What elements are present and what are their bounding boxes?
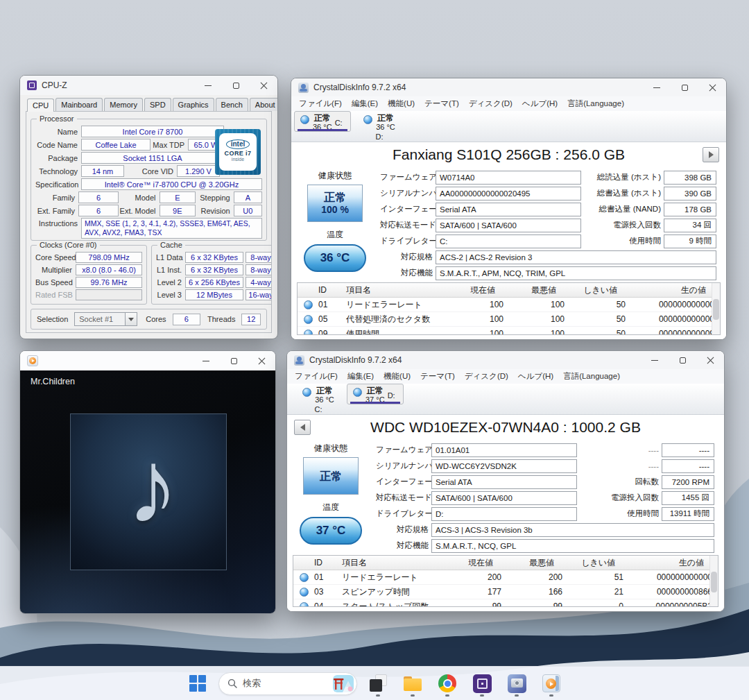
menu-edit[interactable]: 編集(E) bbox=[347, 99, 383, 109]
socket-select[interactable]: Socket #1 bbox=[74, 312, 137, 326]
health-status-button[interactable]: 正常 bbox=[303, 457, 359, 495]
close-icon bbox=[707, 357, 714, 364]
col-worst: 最悪値 bbox=[500, 557, 561, 569]
code-name-label: Code Name bbox=[35, 141, 81, 149]
menu-disk[interactable]: ディスク(D) bbox=[464, 99, 517, 109]
tab-about[interactable]: About bbox=[250, 98, 277, 111]
smart-current: 99 bbox=[447, 601, 508, 607]
temperature-button[interactable]: 37 °C bbox=[300, 517, 362, 545]
scrollbar-thumb[interactable] bbox=[711, 572, 717, 592]
smart-row[interactable]: 05 代替処理済のセクタ数 100 100 50 000000000000 bbox=[298, 312, 720, 327]
taskbar-icon-cpuz[interactable] bbox=[468, 669, 496, 697]
menu-file[interactable]: ファイル(F) bbox=[294, 99, 347, 109]
smart-raw: 000000000000 bbox=[632, 300, 720, 309]
smart-threshold: 50 bbox=[571, 314, 632, 324]
close-button[interactable] bbox=[248, 351, 275, 370]
smart-row[interactable]: 01 リードエラーレート 100 100 50 000000000000 bbox=[298, 298, 720, 312]
l1-inst-way: 8-way bbox=[246, 264, 272, 275]
specification-label: Specification bbox=[35, 180, 81, 189]
start-button[interactable] bbox=[184, 669, 212, 697]
maximize-button[interactable] bbox=[220, 351, 248, 370]
taskbar-icon-chrome[interactable] bbox=[433, 669, 461, 697]
menu-file[interactable]: ファイル(F) bbox=[290, 371, 343, 382]
l1-data-size: 6 x 32 KBytes bbox=[185, 252, 243, 263]
health-status-button[interactable]: 正常 100 % bbox=[307, 185, 363, 222]
taskbar-icon-taskview[interactable] bbox=[364, 669, 392, 697]
tab-bench[interactable]: Bench bbox=[216, 98, 248, 111]
menu-theme[interactable]: テーマ(T) bbox=[415, 371, 460, 382]
taskbar-icon-explorer[interactable] bbox=[399, 669, 427, 697]
taskbar-icon-crystaldiskinfo[interactable] bbox=[503, 669, 531, 697]
close-button[interactable] bbox=[250, 76, 277, 95]
smart-raw: 000000000000 bbox=[632, 314, 720, 324]
smart-row[interactable]: 04 スタート/ストップ回数 99 99 0 0000000005B2 bbox=[293, 599, 718, 607]
search-daily-image bbox=[333, 675, 354, 692]
socket-select-arrow[interactable] bbox=[126, 312, 137, 326]
temperature-button[interactable]: 36 °C bbox=[304, 244, 366, 272]
close-button[interactable] bbox=[698, 78, 726, 96]
maximize-button[interactable] bbox=[222, 76, 250, 95]
next-disk-button[interactable] bbox=[703, 147, 719, 162]
drive-tab-c[interactable]: 正常 36 °C C: bbox=[290, 384, 347, 414]
menu-edit[interactable]: 編集(E) bbox=[343, 371, 379, 382]
menu-help[interactable]: ヘルプ(H) bbox=[517, 99, 562, 109]
menu-disk[interactable]: ディスク(D) bbox=[460, 371, 513, 382]
smart-table-header: ID 項目名 現在値 最悪値 しきい値 生の値 bbox=[293, 556, 718, 570]
minimize-button[interactable] bbox=[641, 351, 669, 369]
smart-table-header: ID 項目名 現在値 最悪値 しきい値 生の値 bbox=[298, 283, 720, 298]
search-box[interactable]: 検索 bbox=[218, 672, 357, 695]
maximize-button[interactable] bbox=[671, 78, 698, 96]
smart-id: 05 bbox=[318, 314, 346, 324]
table-scrollbar[interactable] bbox=[712, 283, 720, 334]
disk-details: 健康状態 正常 温度 37 °C ファームウェア01.01A01 シリアルナンバ… bbox=[287, 440, 724, 554]
maximize-icon bbox=[680, 357, 686, 364]
rotation-rate-label: 回転数 bbox=[635, 477, 662, 487]
menu-function[interactable]: 機能(U) bbox=[383, 99, 420, 109]
smart-row[interactable]: 01 リードエラーレート 200 200 51 000000000000 bbox=[293, 570, 718, 585]
minimize-button[interactable] bbox=[194, 76, 222, 95]
health-orb-icon bbox=[363, 115, 372, 124]
menu-language[interactable]: 言語(Language) bbox=[558, 371, 625, 382]
drive-tab-d[interactable]: 正常 36 °C D: bbox=[351, 111, 408, 142]
taskbar-icon-mediaplayer[interactable] bbox=[537, 669, 565, 697]
cache-legend: Cache bbox=[157, 241, 185, 249]
specification-value: Intel® Core™ i7-8700 CPU @ 3.20GHz bbox=[81, 178, 262, 190]
menu-theme[interactable]: テーマ(T) bbox=[420, 99, 464, 109]
interface-value: Serial ATA bbox=[436, 203, 581, 216]
minimize-button[interactable] bbox=[192, 351, 220, 370]
smart-raw: 000000000866 bbox=[630, 587, 718, 597]
tab-spd[interactable]: SPD bbox=[144, 98, 171, 111]
chrome-icon bbox=[438, 674, 456, 692]
smart-current: 100 bbox=[449, 314, 510, 324]
table-scrollbar[interactable] bbox=[709, 556, 718, 606]
tab-mainboard[interactable]: Mainboard bbox=[55, 98, 103, 111]
tab-memory[interactable]: Memory bbox=[104, 98, 143, 111]
transfer-mode-value: SATA/600 | SATA/600 bbox=[431, 491, 577, 505]
nand-writes-value: 178 GB bbox=[664, 203, 716, 216]
scrollbar-thumb[interactable] bbox=[713, 299, 719, 320]
tab-cpu[interactable]: CPU bbox=[27, 99, 54, 112]
l1-inst-label: L1 Inst. bbox=[156, 266, 185, 274]
features-value: S.M.A.R.T., NCQ, GPL bbox=[431, 539, 714, 553]
power-on-hours-value: 9 時間 bbox=[664, 234, 716, 248]
minimize-button[interactable] bbox=[643, 78, 671, 96]
smart-row[interactable]: 09 使用時間 100 100 50 000000000009 bbox=[298, 327, 720, 335]
menu-language[interactable]: 言語(Language) bbox=[562, 99, 629, 109]
smart-id: 04 bbox=[314, 601, 342, 607]
prev-disk-button[interactable] bbox=[294, 420, 311, 435]
smart-row[interactable]: 03 スピンアップ時間 177 166 21 000000000866 bbox=[293, 585, 718, 599]
tab-graphics[interactable]: Graphics bbox=[173, 98, 214, 111]
disk-title-row: Fanxiang S101Q 256GB : 256.0 GB bbox=[291, 142, 726, 167]
menu-help[interactable]: ヘルプ(H) bbox=[513, 371, 558, 382]
smart-raw: 000000000009 bbox=[632, 329, 720, 335]
maximize-button[interactable] bbox=[669, 351, 696, 369]
close-button[interactable] bbox=[696, 351, 724, 369]
col-threshold: しきい値 bbox=[563, 284, 624, 296]
intel-inside-text: inside bbox=[219, 157, 257, 162]
menu-function[interactable]: 機能(U) bbox=[379, 371, 415, 382]
cdi-bottom-window-title: CrystalDiskInfo 9.7.2 x64 bbox=[309, 355, 402, 365]
ext-model-label: Ext. Model bbox=[119, 207, 159, 215]
drive-tab-c[interactable]: 正常 36 °C C: bbox=[294, 111, 351, 132]
cdi-bottom-menubar: ファイル(F) 編集(E) 機能(U) テーマ(T) ディスク(D) ヘルプ(H… bbox=[287, 369, 724, 384]
drive-tab-d[interactable]: 正常 37 °C D: bbox=[347, 384, 404, 404]
